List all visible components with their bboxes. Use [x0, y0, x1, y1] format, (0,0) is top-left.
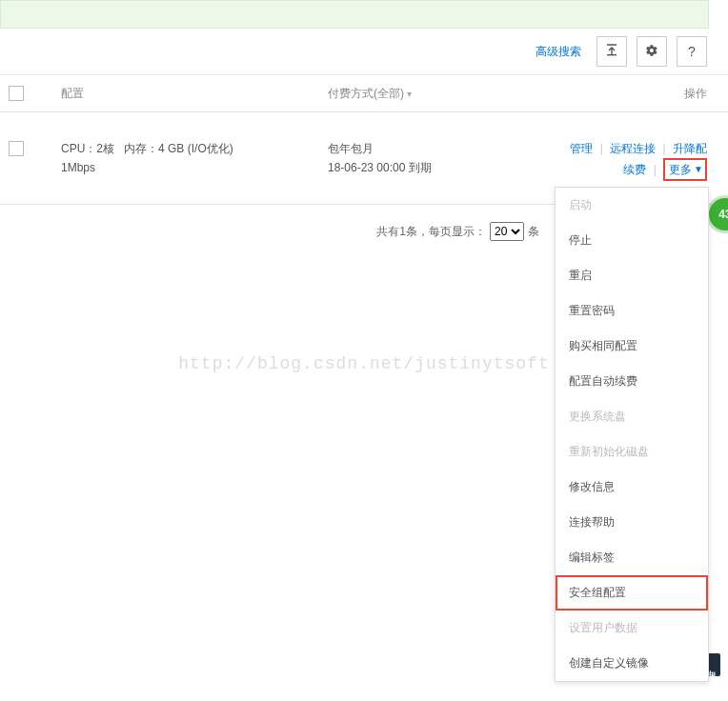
- page-size-select[interactable]: 20: [490, 222, 524, 241]
- expire-time: 18-06-23 00:00 到期: [328, 158, 576, 177]
- dropdown-item[interactable]: 安全组配置: [556, 575, 708, 611]
- mem-label: 内存：: [124, 142, 158, 155]
- more-dropdown-menu: 启动停止重启重置密码购买相同配置配置自动续费更换系统盘重新初始化磁盘修改信息连接…: [555, 187, 709, 682]
- export-icon: [605, 44, 618, 60]
- dropdown-item[interactable]: 重置密码: [556, 293, 708, 329]
- dropdown-item: 设置用户数据: [556, 611, 708, 646]
- header-payment-label: 付费方式(全部): [328, 87, 404, 100]
- row-checkbox-cell: [0, 139, 32, 156]
- bandwidth-value: 1Mbps: [61, 158, 328, 177]
- dropdown-item: 启动: [556, 188, 708, 223]
- header-checkbox-cell: [0, 86, 32, 101]
- dropdown-item[interactable]: 停止: [556, 223, 708, 258]
- cpu-label: CPU：: [61, 142, 96, 155]
- advanced-search-link[interactable]: 高级搜索: [536, 44, 581, 60]
- header-config: 配置: [32, 86, 328, 102]
- caret-down-icon: ▼: [694, 160, 703, 179]
- dropdown-item[interactable]: 修改信息: [556, 470, 708, 505]
- dropdown-item[interactable]: 配置自动续费: [556, 364, 708, 399]
- chevron-down-icon: ▾: [407, 89, 412, 99]
- dropdown-item: 重新初始化磁盘: [556, 434, 708, 470]
- svg-rect-0: [607, 54, 617, 55]
- cpu-value: 2核: [96, 142, 114, 155]
- settings-button[interactable]: [637, 36, 667, 67]
- more-dropdown-trigger[interactable]: 更多 ▼: [663, 158, 707, 181]
- pay-mode: 包年包月: [328, 139, 576, 158]
- header-operation: 操作: [684, 86, 707, 102]
- separator: |: [654, 163, 657, 176]
- cell-config: CPU：2核内存：4 GB (I/O优化) 1Mbps: [32, 139, 328, 177]
- renew-link[interactable]: 续费: [623, 163, 646, 176]
- notice-bar: [0, 0, 709, 29]
- mem-value: 4 GB (I/O优化): [158, 142, 233, 155]
- export-button[interactable]: [597, 36, 627, 67]
- cell-payment: 包年包月 18-06-23 00:00 到期: [328, 139, 576, 177]
- question-icon: ?: [688, 44, 696, 59]
- select-all-checkbox[interactable]: [9, 86, 24, 101]
- row-checkbox[interactable]: [9, 141, 24, 156]
- table-header: 配置 付费方式(全部) ▾ 操作: [0, 74, 728, 112]
- dropdown-item[interactable]: 连接帮助: [556, 505, 708, 540]
- header-payment[interactable]: 付费方式(全部) ▾: [328, 86, 576, 102]
- dropdown-item[interactable]: 购买相同配置: [556, 329, 708, 364]
- dropdown-item[interactable]: 创建自定义镜像: [556, 646, 708, 681]
- toolbar: 高级搜索 ?: [0, 29, 728, 74]
- help-button[interactable]: ?: [677, 36, 707, 67]
- dropdown-item[interactable]: 重启: [556, 258, 708, 293]
- separator: |: [600, 142, 603, 155]
- pager-text: 共有1条，每页显示：: [376, 224, 486, 240]
- gear-icon: [645, 44, 658, 60]
- separator: |: [663, 142, 666, 155]
- more-label: 更多: [669, 160, 692, 179]
- manage-link[interactable]: 管理: [570, 142, 593, 155]
- pager-suffix: 条: [528, 224, 539, 240]
- upgrade-link[interactable]: 升降配: [673, 142, 707, 155]
- cell-operations: 管理 | 远程连接 | 升降配 续费 | 更多 ▼: [570, 139, 707, 181]
- remote-connect-link[interactable]: 远程连接: [610, 142, 656, 155]
- dropdown-item[interactable]: 编辑标签: [556, 540, 708, 575]
- dropdown-item: 更换系统盘: [556, 399, 708, 434]
